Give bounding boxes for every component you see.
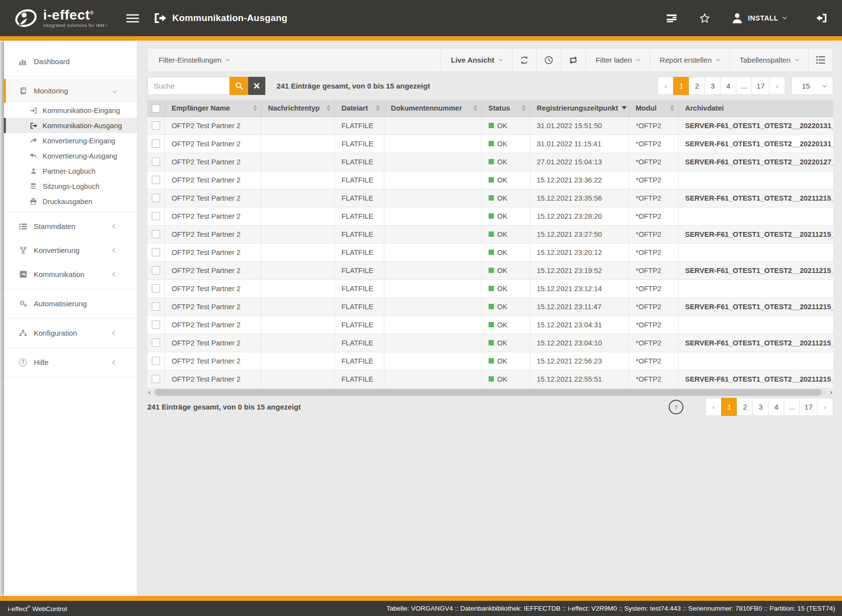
row-checkbox[interactable]: [152, 139, 160, 148]
row-checkbox[interactable]: [152, 339, 160, 347]
row-checkbox[interactable]: [152, 320, 160, 329]
sidebar-item-konfiguration[interactable]: Konfiguration: [4, 321, 137, 345]
table-row[interactable]: OFTP2 Test Partner 2 FLATFILE OK 15.12.2…: [147, 243, 833, 261]
page-prev-button[interactable]: ‹: [705, 398, 722, 416]
sidebar-item-label: Konvertierung-Ausgang: [43, 152, 117, 160]
server-icon[interactable]: [666, 14, 677, 23]
sidebar-navigation: Dashboard Monitoring Kommunikation-Einga…: [4, 41, 138, 596]
row-checkbox[interactable]: [152, 212, 160, 220]
row-checkbox[interactable]: [152, 176, 160, 184]
brand-logo[interactable]: i-effect® integrated solutions for IBM i: [15, 7, 108, 29]
page-button-2[interactable]: 2: [689, 77, 705, 95]
table-row[interactable]: OFTP2 Test Partner 2 FLATFILE OK 15.12.2…: [147, 225, 833, 243]
scroll-left-arrow[interactable]: ‹: [148, 388, 150, 396]
row-checkbox[interactable]: [152, 194, 160, 202]
row-checkbox[interactable]: [152, 121, 160, 130]
sidebar-item-dashboard[interactable]: Dashboard: [4, 49, 137, 73]
scroll-right-arrow[interactable]: ›: [830, 388, 832, 396]
page-button-3[interactable]: 3: [752, 398, 769, 416]
live-view-button[interactable]: Live Ansicht: [441, 48, 512, 71]
menu-toggle-icon[interactable]: [126, 12, 139, 24]
table-row[interactable]: OFTP2 Test Partner 2 FLATFILE OK 31.01.2…: [147, 116, 833, 135]
user-menu[interactable]: INSTALL: [731, 12, 786, 24]
table-row[interactable]: OFTP2 Test Partner 2 FLATFILE OK 31.01.2…: [147, 135, 833, 153]
cell-registered-time: 15.12.2021 23:19:52: [530, 261, 629, 279]
sidebar-item-sitzungs-logbuch[interactable]: Sitzungs-Logbuch: [4, 179, 137, 194]
table-row[interactable]: OFTP2 Test Partner 2 FLATFILE OK 15.12.2…: [147, 297, 833, 316]
refresh-button[interactable]: [512, 48, 537, 71]
schedule-button[interactable]: [537, 48, 561, 71]
sidebar-item-kommunikation-ausgang[interactable]: Kommunikation-Ausgang: [4, 118, 137, 133]
cell-message-type: [261, 153, 334, 171]
page-size-select[interactable]: 15: [792, 77, 833, 95]
column-header-receiver[interactable]: Empfänger Name: [164, 100, 261, 116]
sidebar-item-monitoring[interactable]: Monitoring: [4, 79, 137, 103]
page-button-1[interactable]: 1: [721, 398, 737, 416]
filter-load-button[interactable]: Filter laden: [585, 48, 650, 71]
sidebar-item-kommunikation-eingang[interactable]: Kommunikation-Eingang: [4, 103, 137, 118]
favorites-star-icon[interactable]: [700, 13, 710, 23]
table-body: OFTP2 Test Partner 2 FLATFILE OK 31.01.2…: [147, 116, 833, 388]
table-row[interactable]: OFTP2 Test Partner 2 FLATFILE OK 15.12.2…: [147, 316, 833, 334]
row-checkbox[interactable]: [152, 302, 160, 311]
page-button-4[interactable]: 4: [768, 398, 784, 416]
horizontal-scrollbar[interactable]: ‹ ›: [147, 388, 833, 396]
column-header-registered[interactable]: Registrierungszeitpunkt: [530, 100, 629, 116]
row-checkbox[interactable]: [152, 375, 160, 383]
page-button-2[interactable]: 2: [737, 398, 753, 416]
page-next-button[interactable]: ›: [817, 398, 833, 416]
page-button-17[interactable]: 17: [751, 77, 770, 95]
table-row[interactable]: OFTP2 Test Partner 2 FLATFILE OK 15.12.2…: [147, 189, 833, 207]
column-header-file_type[interactable]: Dateiart: [334, 100, 384, 116]
page-button-1[interactable]: 1: [673, 77, 689, 95]
sidebar-item-label: Sitzungs-Logbuch: [43, 183, 99, 190]
sidebar-item-konvertierung-ausgang[interactable]: Konvertierung-Ausgang: [4, 148, 137, 163]
page-ellipsis: ...: [784, 398, 800, 416]
table-row[interactable]: OFTP2 Test Partner 2 FLATFILE OK 15.12.2…: [147, 370, 833, 388]
page-prev-button[interactable]: ‹: [657, 77, 674, 95]
table-row[interactable]: OFTP2 Test Partner 2 FLATFILE OK 15.12.2…: [147, 279, 833, 297]
cell-file-type: FLATFILE: [334, 334, 384, 352]
list-view-button[interactable]: [808, 48, 833, 71]
table-row[interactable]: OFTP2 Test Partner 2 FLATFILE OK 15.12.2…: [147, 334, 833, 352]
table-row[interactable]: OFTP2 Test Partner 2 FLATFILE OK 15.12.2…: [147, 207, 833, 225]
column-header-msg_type[interactable]: Nachrichtentyp: [261, 100, 334, 116]
table-row[interactable]: OFTP2 Test Partner 2 FLATFILE OK 15.12.2…: [147, 261, 833, 279]
select-all-checkbox[interactable]: [152, 104, 160, 113]
clear-search-button[interactable]: [248, 77, 265, 95]
table-row[interactable]: OFTP2 Test Partner 2 FLATFILE OK 27.01.2…: [147, 153, 833, 171]
table-row[interactable]: OFTP2 Test Partner 2 FLATFILE OK 15.12.2…: [147, 171, 833, 189]
sidebar-item-automatisierung[interactable]: Automatisierung: [4, 292, 137, 316]
column-header-module[interactable]: Modul: [629, 100, 678, 116]
scrollbar-track[interactable]: [153, 389, 826, 396]
row-checkbox[interactable]: [152, 158, 160, 166]
sidebar-item-konvertierung-eingang[interactable]: Konvertierung-Eingang: [4, 133, 137, 148]
row-checkbox[interactable]: [152, 357, 160, 365]
table-columns-button[interactable]: Tabellenspalten: [729, 48, 808, 71]
page-button-3[interactable]: 3: [704, 77, 721, 95]
search-button[interactable]: [230, 77, 248, 95]
report-create-button[interactable]: Report erstellen: [650, 48, 729, 71]
sidebar-item-partner-logbuch[interactable]: Partner-Logbuch: [4, 163, 137, 179]
column-header-doc_no[interactable]: Dokumentennummer: [384, 100, 481, 116]
page-button-17[interactable]: 17: [799, 398, 818, 416]
sidebar-item-druckausgaben[interactable]: Druckausgaben: [4, 194, 137, 209]
page-button-4[interactable]: 4: [720, 77, 736, 95]
page-next-button[interactable]: ›: [769, 77, 785, 95]
row-checkbox[interactable]: [152, 230, 160, 238]
scrollbar-thumb[interactable]: [155, 389, 821, 396]
table-row[interactable]: OFTP2 Test Partner 2 FLATFILE OK 15.12.2…: [147, 352, 833, 370]
filter-settings-button[interactable]: Filter-Einstellungen: [148, 48, 441, 71]
scroll-to-top-button[interactable]: ↑: [669, 400, 683, 414]
sidebar-item-hilfe[interactable]: ? Hilfe: [4, 350, 137, 374]
sidebar-item-kommunikation[interactable]: Kommunikation: [4, 262, 137, 286]
search-input[interactable]: [147, 77, 230, 95]
row-checkbox[interactable]: [152, 266, 160, 274]
column-header-status[interactable]: Status: [481, 100, 530, 116]
auto-reload-button[interactable]: [561, 48, 585, 71]
row-checkbox[interactable]: [152, 248, 160, 256]
row-checkbox[interactable]: [152, 284, 160, 293]
sidebar-item-stammdaten[interactable]: Stammdaten: [4, 214, 137, 238]
sidebar-item-konvertierung[interactable]: Konvertierung: [4, 238, 137, 262]
logout-icon[interactable]: [816, 13, 827, 23]
